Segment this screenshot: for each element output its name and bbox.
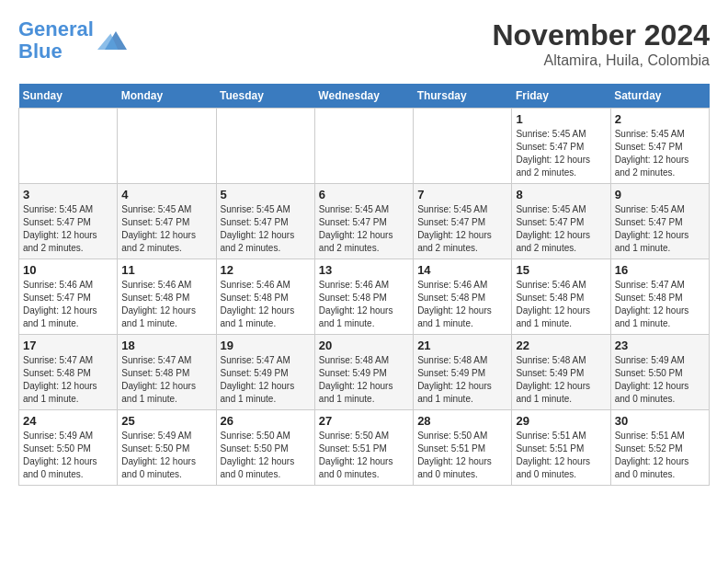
logo: General Blue xyxy=(18,18,127,63)
calendar-header: SundayMondayTuesdayWednesdayThursdayFrid… xyxy=(19,84,710,109)
header-day-tuesday: Tuesday xyxy=(216,84,314,109)
day-info: Sunrise: 5:45 AM Sunset: 5:47 PM Dayligh… xyxy=(121,203,211,255)
day-number: 11 xyxy=(121,263,211,277)
calendar-cell: 10Sunrise: 5:46 AM Sunset: 5:47 PM Dayli… xyxy=(19,259,118,335)
calendar-cell xyxy=(216,109,314,184)
calendar-cell: 2Sunrise: 5:45 AM Sunset: 5:47 PM Daylig… xyxy=(610,109,709,184)
week-row-2: 10Sunrise: 5:46 AM Sunset: 5:47 PM Dayli… xyxy=(19,259,710,335)
calendar-cell: 24Sunrise: 5:49 AM Sunset: 5:50 PM Dayli… xyxy=(19,410,118,486)
calendar-cell: 1Sunrise: 5:45 AM Sunset: 5:47 PM Daylig… xyxy=(512,109,610,184)
calendar-cell: 23Sunrise: 5:49 AM Sunset: 5:50 PM Dayli… xyxy=(610,335,709,410)
day-info: Sunrise: 5:51 AM Sunset: 5:51 PM Dayligh… xyxy=(516,430,606,481)
day-number: 12 xyxy=(221,263,311,277)
day-info: Sunrise: 5:46 AM Sunset: 5:48 PM Dayligh… xyxy=(121,279,211,330)
day-info: Sunrise: 5:49 AM Sunset: 5:50 PM Dayligh… xyxy=(615,354,705,406)
day-number: 23 xyxy=(615,339,705,352)
title-block: November 2024 Altamira, Huila, Colombia xyxy=(492,18,710,69)
week-row-4: 24Sunrise: 5:49 AM Sunset: 5:50 PM Dayli… xyxy=(19,410,710,486)
calendar-cell: 29Sunrise: 5:51 AM Sunset: 5:51 PM Dayli… xyxy=(512,410,610,486)
day-number: 6 xyxy=(319,188,409,201)
day-number: 14 xyxy=(417,263,507,277)
day-number: 7 xyxy=(417,188,507,201)
day-info: Sunrise: 5:48 AM Sunset: 5:49 PM Dayligh… xyxy=(417,354,507,406)
day-number: 18 xyxy=(121,339,211,352)
calendar-cell: 16Sunrise: 5:47 AM Sunset: 5:48 PM Dayli… xyxy=(610,259,709,335)
day-info: Sunrise: 5:47 AM Sunset: 5:49 PM Dayligh… xyxy=(221,354,311,406)
week-row-0: 1Sunrise: 5:45 AM Sunset: 5:47 PM Daylig… xyxy=(19,109,710,184)
day-info: Sunrise: 5:45 AM Sunset: 5:47 PM Dayligh… xyxy=(516,128,606,179)
calendar-cell: 5Sunrise: 5:45 AM Sunset: 5:47 PM Daylig… xyxy=(216,184,314,259)
day-info: Sunrise: 5:45 AM Sunset: 5:47 PM Dayligh… xyxy=(516,203,606,255)
day-info: Sunrise: 5:46 AM Sunset: 5:48 PM Dayligh… xyxy=(221,279,311,330)
day-number: 19 xyxy=(221,339,311,352)
logo-line2: Blue xyxy=(18,40,63,63)
page-subtitle: Altamira, Huila, Colombia xyxy=(492,52,710,69)
day-number: 8 xyxy=(516,188,606,201)
day-number: 29 xyxy=(516,414,606,428)
day-number: 5 xyxy=(221,188,311,201)
week-row-1: 3Sunrise: 5:45 AM Sunset: 5:47 PM Daylig… xyxy=(19,184,710,259)
calendar-cell xyxy=(314,109,413,184)
day-number: 13 xyxy=(319,263,409,277)
header-day-thursday: Thursday xyxy=(414,84,512,109)
calendar-body: 1Sunrise: 5:45 AM Sunset: 5:47 PM Daylig… xyxy=(19,109,710,486)
day-info: Sunrise: 5:49 AM Sunset: 5:50 PM Dayligh… xyxy=(121,430,211,481)
day-info: Sunrise: 5:45 AM Sunset: 5:47 PM Dayligh… xyxy=(615,203,705,255)
day-info: Sunrise: 5:48 AM Sunset: 5:49 PM Dayligh… xyxy=(516,354,606,406)
calendar-cell xyxy=(19,109,118,184)
calendar-cell: 13Sunrise: 5:46 AM Sunset: 5:48 PM Dayli… xyxy=(314,259,413,335)
logo-icon xyxy=(97,26,127,55)
calendar-cell: 4Sunrise: 5:45 AM Sunset: 5:47 PM Daylig… xyxy=(118,184,216,259)
day-number: 30 xyxy=(615,414,705,428)
calendar-cell: 12Sunrise: 5:46 AM Sunset: 5:48 PM Dayli… xyxy=(216,259,314,335)
calendar-cell: 27Sunrise: 5:50 AM Sunset: 5:51 PM Dayli… xyxy=(314,410,413,486)
day-info: Sunrise: 5:46 AM Sunset: 5:47 PM Dayligh… xyxy=(23,279,113,330)
day-info: Sunrise: 5:47 AM Sunset: 5:48 PM Dayligh… xyxy=(121,354,211,406)
day-info: Sunrise: 5:47 AM Sunset: 5:48 PM Dayligh… xyxy=(615,279,705,330)
header-day-saturday: Saturday xyxy=(610,84,709,109)
day-info: Sunrise: 5:46 AM Sunset: 5:48 PM Dayligh… xyxy=(417,279,507,330)
calendar-cell: 25Sunrise: 5:49 AM Sunset: 5:50 PM Dayli… xyxy=(118,410,216,486)
calendar-cell: 26Sunrise: 5:50 AM Sunset: 5:50 PM Dayli… xyxy=(216,410,314,486)
calendar-cell: 15Sunrise: 5:46 AM Sunset: 5:48 PM Dayli… xyxy=(512,259,610,335)
day-number: 3 xyxy=(23,188,113,201)
day-number: 26 xyxy=(221,414,311,428)
day-info: Sunrise: 5:49 AM Sunset: 5:50 PM Dayligh… xyxy=(23,430,113,481)
week-row-3: 17Sunrise: 5:47 AM Sunset: 5:48 PM Dayli… xyxy=(19,335,710,410)
header-day-friday: Friday xyxy=(512,84,610,109)
day-number: 1 xyxy=(516,112,606,126)
calendar-table: SundayMondayTuesdayWednesdayThursdayFrid… xyxy=(18,84,710,486)
day-number: 27 xyxy=(319,414,409,428)
header-day-wednesday: Wednesday xyxy=(314,84,413,109)
header-day-sunday: Sunday xyxy=(19,84,118,109)
calendar-cell: 9Sunrise: 5:45 AM Sunset: 5:47 PM Daylig… xyxy=(610,184,709,259)
logo-text: General Blue xyxy=(18,18,94,63)
day-number: 25 xyxy=(121,414,211,428)
calendar-cell: 6Sunrise: 5:45 AM Sunset: 5:47 PM Daylig… xyxy=(314,184,413,259)
day-info: Sunrise: 5:47 AM Sunset: 5:48 PM Dayligh… xyxy=(23,354,113,406)
day-info: Sunrise: 5:48 AM Sunset: 5:49 PM Dayligh… xyxy=(319,354,409,406)
calendar-cell: 11Sunrise: 5:46 AM Sunset: 5:48 PM Dayli… xyxy=(118,259,216,335)
header-day-monday: Monday xyxy=(118,84,216,109)
day-number: 24 xyxy=(23,414,113,428)
calendar-cell: 8Sunrise: 5:45 AM Sunset: 5:47 PM Daylig… xyxy=(512,184,610,259)
calendar-cell: 19Sunrise: 5:47 AM Sunset: 5:49 PM Dayli… xyxy=(216,335,314,410)
calendar-cell: 22Sunrise: 5:48 AM Sunset: 5:49 PM Dayli… xyxy=(512,335,610,410)
page-header: General Blue November 2024 Altamira, Hui… xyxy=(18,18,710,69)
day-info: Sunrise: 5:45 AM Sunset: 5:47 PM Dayligh… xyxy=(23,203,113,255)
day-number: 10 xyxy=(23,263,113,277)
day-number: 22 xyxy=(516,339,606,352)
day-number: 4 xyxy=(121,188,211,201)
day-info: Sunrise: 5:46 AM Sunset: 5:48 PM Dayligh… xyxy=(516,279,606,330)
day-number: 15 xyxy=(516,263,606,277)
day-number: 21 xyxy=(417,339,507,352)
day-info: Sunrise: 5:45 AM Sunset: 5:47 PM Dayligh… xyxy=(615,128,705,179)
day-info: Sunrise: 5:45 AM Sunset: 5:47 PM Dayligh… xyxy=(417,203,507,255)
day-info: Sunrise: 5:50 AM Sunset: 5:51 PM Dayligh… xyxy=(417,430,507,481)
calendar-cell: 28Sunrise: 5:50 AM Sunset: 5:51 PM Dayli… xyxy=(414,410,512,486)
calendar-cell: 3Sunrise: 5:45 AM Sunset: 5:47 PM Daylig… xyxy=(19,184,118,259)
header-row: SundayMondayTuesdayWednesdayThursdayFrid… xyxy=(19,84,710,109)
day-info: Sunrise: 5:50 AM Sunset: 5:50 PM Dayligh… xyxy=(221,430,311,481)
day-number: 16 xyxy=(615,263,705,277)
day-number: 17 xyxy=(23,339,113,352)
